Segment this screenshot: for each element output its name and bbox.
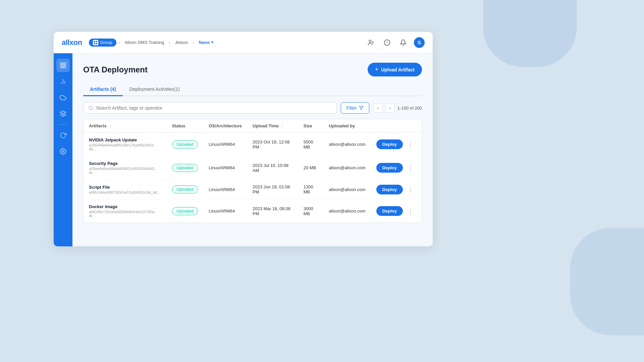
table-row: NVIDIA Jetpack Update a256448a664eaf8910…: [84, 133, 422, 156]
sidebar-item-cloud[interactable]: [56, 91, 70, 104]
filter-label: Filter: [346, 105, 357, 111]
app-body: OTA Deployment + Upload Artifact Artifac…: [54, 53, 433, 246]
more-options-button-1[interactable]: ⋮: [405, 163, 416, 173]
artifact-hash-1: a19ae4e0ced9bddd59832e926004b4d2-Al...: [89, 167, 161, 175]
table-header-row: Artifacts ↓ Status OS/Architecture Uploa…: [84, 119, 422, 133]
cell-os-arch-0: Linux/ARM64: [203, 133, 247, 156]
svg-rect-3: [96, 43, 97, 44]
deploy-button-0[interactable]: Deploy: [376, 139, 403, 149]
cell-size-0: 5000 MB: [298, 133, 324, 156]
col-header-artifacts[interactable]: Artifacts ↓: [84, 119, 167, 133]
svg-rect-12: [61, 66, 63, 68]
app-logo: allxon: [62, 38, 82, 47]
sort-time-icon: ↑: [281, 124, 283, 128]
svg-rect-1: [96, 41, 97, 42]
status-badge-3: Uploaded: [172, 207, 198, 215]
header: allxon Group › Allxon DMS Training › Jet…: [54, 32, 433, 53]
cell-status-2: Uploaded: [167, 180, 203, 199]
cell-upload-time-1: 2023 Jul 10, 10:08 AM: [247, 156, 298, 180]
cell-actions-2: Deploy ⋮: [371, 180, 422, 199]
bg-decoration-bottom: [570, 228, 644, 335]
plus-icon: +: [375, 66, 379, 73]
main-window: allxon Group › Allxon DMS Training › Jet…: [54, 32, 433, 246]
svg-point-17: [62, 151, 64, 153]
svg-rect-10: [61, 63, 63, 65]
breadcrumb-sep-1: ›: [118, 40, 120, 45]
header-right: S: [366, 37, 425, 48]
cell-size-1: 20 MB: [298, 156, 324, 180]
info-icon[interactable]: [382, 37, 392, 48]
filter-icon: [359, 106, 364, 110]
more-options-button-2[interactable]: ⋮: [405, 184, 416, 194]
next-page-button[interactable]: ›: [385, 103, 395, 113]
deploy-button-2[interactable]: Deploy: [376, 185, 403, 194]
cell-artifact-name-2: Script File a9f8c346e698f792fc5e57a3b950…: [84, 180, 167, 199]
cell-os-arch-3: Linux/ARM64: [203, 199, 247, 223]
breadcrumb-sep-2: ›: [169, 40, 170, 45]
upload-artifact-label: Upload Artifact: [381, 67, 415, 72]
cell-actions-1: Deploy ⋮: [371, 156, 422, 180]
tabs: Artifacts (4) Deployment Activities(1): [83, 83, 422, 96]
search-input[interactable]: [96, 105, 331, 111]
search-bar: [83, 102, 337, 114]
cell-actions-0: Deploy ⋮: [371, 133, 422, 156]
deploy-button-3[interactable]: Deploy: [376, 206, 403, 216]
cell-uploaded-by-1: allxon@allxon.com: [323, 156, 371, 180]
status-badge-1: Uploaded: [172, 164, 198, 172]
svg-rect-2: [94, 43, 95, 44]
breadcrumb-item-1[interactable]: Allxon DMS Training: [122, 39, 167, 46]
deploy-button-1[interactable]: Deploy: [376, 163, 403, 173]
avatar[interactable]: S: [414, 37, 425, 48]
col-header-size: Size: [298, 119, 324, 133]
prev-page-button[interactable]: ‹: [373, 103, 383, 113]
toolbar: Filter ‹ › 1-100 of 200: [83, 102, 422, 114]
sidebar-item-dashboard[interactable]: [56, 59, 70, 72]
cell-uploaded-by-2: allxon@allxon.com: [323, 180, 371, 199]
tab-artifacts[interactable]: Artifacts (4): [83, 83, 123, 96]
bell-icon[interactable]: [398, 37, 409, 48]
breadcrumb-item-2[interactable]: Jetson: [172, 39, 191, 46]
upload-artifact-button[interactable]: + Upload Artifact: [368, 63, 422, 76]
artifact-name-2: Script File: [89, 185, 161, 190]
sidebar-item-update[interactable]: [56, 129, 70, 142]
col-header-uploaded-by: Uploaded by: [323, 119, 371, 133]
sidebar-item-analytics[interactable]: [56, 75, 70, 88]
cell-status-0: Uploaded: [167, 133, 203, 156]
status-badge-2: Uploaded: [172, 185, 198, 193]
more-options-button-3[interactable]: ⋮: [405, 206, 416, 216]
breadcrumb-group-label: Group: [100, 40, 112, 45]
filter-button[interactable]: Filter: [341, 102, 369, 114]
bg-decoration-top: [483, 0, 577, 67]
artifact-name-0: NVIDIA Jetpack Update: [89, 137, 161, 142]
svg-rect-11: [64, 63, 66, 65]
svg-rect-0: [94, 41, 95, 42]
cell-upload-time-2: 2023 Jun 18, 01:08 PM: [247, 180, 298, 199]
artifacts-table: Artifacts ↓ Status OS/Architecture Uploa…: [83, 119, 422, 223]
svg-point-18: [89, 106, 92, 109]
cell-status-1: Uploaded: [167, 156, 203, 180]
sidebar-item-extensions[interactable]: [56, 107, 70, 120]
main-content: OTA Deployment + Upload Artifact Artifac…: [72, 53, 433, 246]
breadcrumb-group[interactable]: Group: [89, 39, 116, 47]
svg-rect-13: [64, 66, 66, 68]
table-row: Script File a9f8c346e698f792fc5e57a3b950…: [84, 180, 422, 199]
cell-uploaded-by-3: allxon@allxon.com: [323, 199, 371, 223]
artifact-name-3: Docker Image: [89, 204, 161, 209]
person-add-icon[interactable]: [366, 37, 376, 48]
col-header-upload-time[interactable]: Upload Time ↑: [247, 119, 298, 133]
svg-line-19: [92, 109, 93, 110]
tab-deployment-activities[interactable]: Deployment Activities(1): [123, 83, 186, 96]
status-badge-0: Uploaded: [172, 140, 198, 148]
breadcrumb-active[interactable]: Nano: [196, 39, 217, 46]
cell-artifact-name-3: Docker Image a68188e72b2ebd493844b9cb612…: [84, 199, 167, 223]
sidebar-item-settings[interactable]: [56, 145, 70, 158]
cell-os-arch-2: Linux/ARM64: [203, 180, 247, 199]
more-options-button-0[interactable]: ⋮: [405, 139, 416, 149]
cell-status-3: Uploaded: [167, 199, 203, 223]
pagination-controls: ‹ › 1-100 of 200: [373, 103, 422, 113]
table-row: Docker Image a68188e72b2ebd493844b9cb612…: [84, 199, 422, 223]
col-header-actions: [371, 119, 422, 133]
svg-point-4: [369, 40, 371, 42]
sort-artifacts-icon: ↓: [109, 124, 111, 128]
col-header-os-arch: OS/Architecture: [203, 119, 247, 133]
